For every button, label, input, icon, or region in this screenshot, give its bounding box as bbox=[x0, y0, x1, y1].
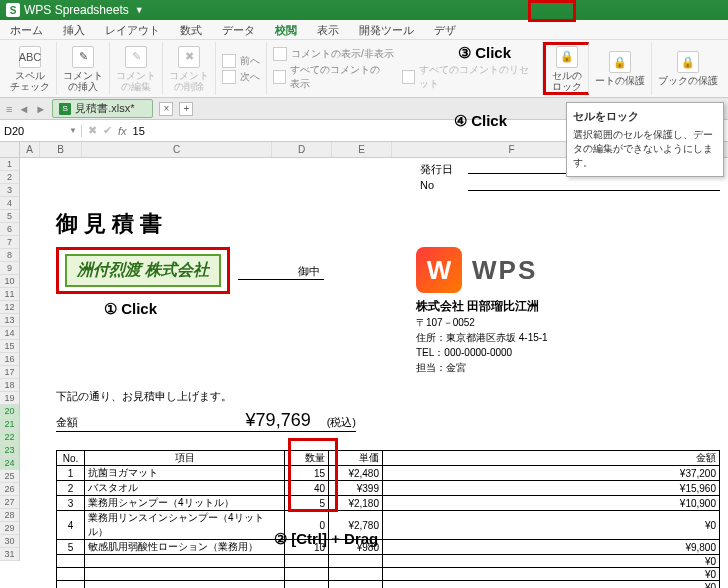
row-header-28[interactable]: 28 bbox=[0, 509, 19, 522]
col-header-B[interactable]: B bbox=[40, 142, 82, 157]
cell-item[interactable]: バスタオル bbox=[85, 481, 285, 496]
row-header-17[interactable]: 17 bbox=[0, 366, 19, 379]
row-header-15[interactable]: 15 bbox=[0, 340, 19, 353]
row-header-31[interactable]: 31 bbox=[0, 548, 19, 561]
cell-total[interactable]: ¥0 bbox=[383, 555, 720, 568]
menu-tab-開発ツール[interactable]: 開発ツール bbox=[349, 20, 424, 40]
company-selection-box[interactable]: 洲付烈渡 株式会社 bbox=[56, 247, 230, 294]
name-box[interactable]: D20▼ bbox=[0, 125, 82, 137]
chevron-down-icon[interactable]: ▼ bbox=[135, 5, 144, 15]
cell-total[interactable]: ¥0 bbox=[383, 511, 720, 540]
cell-qty[interactable] bbox=[285, 581, 329, 589]
cell-no[interactable]: 4 bbox=[57, 511, 85, 540]
row-header-3[interactable]: 3 bbox=[0, 184, 19, 197]
cell-no[interactable]: 3 bbox=[57, 496, 85, 511]
row-header-26[interactable]: 26 bbox=[0, 483, 19, 496]
menu-tab-校閲[interactable]: 校閲 bbox=[265, 20, 307, 40]
menu-tab-ホーム[interactable]: ホーム bbox=[0, 20, 53, 40]
cell-no[interactable] bbox=[57, 568, 85, 581]
insert-comment-button[interactable]: ✎ コメント の挿入 bbox=[57, 42, 110, 95]
cell-no[interactable]: 5 bbox=[57, 540, 85, 555]
row-header-7[interactable]: 7 bbox=[0, 236, 19, 249]
cell-no[interactable]: 2 bbox=[57, 481, 85, 496]
select-all-corner[interactable] bbox=[0, 142, 20, 158]
chevron-down-icon[interactable]: ▼ bbox=[69, 126, 77, 135]
row-header-24[interactable]: 24 bbox=[0, 457, 19, 470]
row-header-16[interactable]: 16 bbox=[0, 353, 19, 366]
row-header-9[interactable]: 9 bbox=[0, 262, 19, 275]
row-header-13[interactable]: 13 bbox=[0, 314, 19, 327]
table-row[interactable]: ¥0 bbox=[57, 568, 720, 581]
menu-tab-データ[interactable]: データ bbox=[212, 20, 265, 40]
menu-tab-デザ[interactable]: デザ bbox=[424, 20, 466, 40]
new-tab-button[interactable]: + bbox=[179, 102, 193, 116]
row-header-8[interactable]: 8 bbox=[0, 249, 19, 262]
table-row[interactable]: ¥0 bbox=[57, 555, 720, 568]
tab-prev-icon[interactable]: ◄ bbox=[18, 103, 29, 115]
spreadsheet-grid[interactable]: 発行日 No 御見積書 洲付烈渡 株式会社 御中 ① Click bbox=[20, 158, 728, 578]
col-header-D[interactable]: D bbox=[272, 142, 332, 157]
row-header-18[interactable]: 18 bbox=[0, 379, 19, 392]
cell-total[interactable]: ¥10,900 bbox=[383, 496, 720, 511]
company-name-cell[interactable]: 洲付烈渡 株式会社 bbox=[65, 254, 221, 287]
table-row[interactable]: ¥0 bbox=[57, 581, 720, 589]
row-header-29[interactable]: 29 bbox=[0, 522, 19, 535]
cell-price[interactable]: ¥399 bbox=[329, 481, 383, 496]
menu-tab-挿入[interactable]: 挿入 bbox=[53, 20, 95, 40]
col-header-E[interactable]: E bbox=[332, 142, 392, 157]
protect-book-button[interactable]: 🔒 ブックの保護 bbox=[652, 42, 724, 95]
cell-total[interactable]: ¥37,200 bbox=[383, 466, 720, 481]
row-header-2[interactable]: 2 bbox=[0, 171, 19, 184]
cell-item[interactable] bbox=[85, 555, 285, 568]
row-header-22[interactable]: 22 bbox=[0, 431, 19, 444]
cell-item[interactable] bbox=[85, 568, 285, 581]
close-tab-button[interactable]: × bbox=[159, 102, 173, 116]
row-header-23[interactable]: 23 bbox=[0, 444, 19, 457]
protect-sheet-button[interactable]: 🔒 ートの保護 bbox=[589, 42, 652, 95]
cell-price[interactable]: ¥2,480 bbox=[329, 466, 383, 481]
row-headers[interactable]: 1234567891011121314151617181920212223242… bbox=[0, 158, 20, 561]
cell-item[interactable] bbox=[85, 581, 285, 589]
cell-qty[interactable]: 15 bbox=[285, 466, 329, 481]
menu-tab-数式[interactable]: 数式 bbox=[170, 20, 212, 40]
cell-qty[interactable] bbox=[285, 555, 329, 568]
cell-qty[interactable] bbox=[285, 568, 329, 581]
row-header-10[interactable]: 10 bbox=[0, 275, 19, 288]
row-header-27[interactable]: 27 bbox=[0, 496, 19, 509]
cell-price[interactable] bbox=[329, 568, 383, 581]
confirm-edit-icon[interactable]: ✔ bbox=[103, 124, 112, 137]
cell-qty[interactable]: 5 bbox=[285, 496, 329, 511]
row-header-20[interactable]: 20 bbox=[0, 405, 19, 418]
row-header-1[interactable]: 1 bbox=[0, 158, 19, 171]
cell-price[interactable] bbox=[329, 555, 383, 568]
cell-item[interactable]: 抗菌ヨガマット bbox=[85, 466, 285, 481]
spellcheck-button[interactable]: ABC スペル チェック bbox=[4, 42, 57, 95]
cancel-edit-icon[interactable]: ✖ bbox=[88, 124, 97, 137]
row-header-12[interactable]: 12 bbox=[0, 301, 19, 314]
cell-item[interactable]: 業務用リンスインシャンプー（4リットル） bbox=[85, 511, 285, 540]
cell-price[interactable] bbox=[329, 581, 383, 589]
col-header-A[interactable]: A bbox=[20, 142, 40, 157]
table-row[interactable]: 1抗菌ヨガマット15¥2,480¥37,200 bbox=[57, 466, 720, 481]
cell-no[interactable]: 1 bbox=[57, 466, 85, 481]
cell-total[interactable]: ¥0 bbox=[383, 581, 720, 589]
table-row[interactable]: 2バスタオル40¥399¥15,960 bbox=[57, 481, 720, 496]
row-header-5[interactable]: 5 bbox=[0, 210, 19, 223]
row-header-6[interactable]: 6 bbox=[0, 223, 19, 236]
row-header-21[interactable]: 21 bbox=[0, 418, 19, 431]
cell-price[interactable]: ¥2,180 bbox=[329, 496, 383, 511]
show-all-comments-button[interactable]: すべてのコメントの表示 すべてのコメントのリセット bbox=[273, 63, 536, 91]
quote-table[interactable]: No. 項目 数量 単価 金額 1抗菌ヨガマット15¥2,480¥37,2002… bbox=[56, 450, 720, 588]
row-header-4[interactable]: 4 bbox=[0, 197, 19, 210]
table-row[interactable]: 5敏感肌用弱酸性ローション（業務用）10¥980¥9,800 bbox=[57, 540, 720, 555]
cell-item[interactable]: 敏感肌用弱酸性ローション（業務用） bbox=[85, 540, 285, 555]
row-header-14[interactable]: 14 bbox=[0, 327, 19, 340]
cell-no[interactable] bbox=[57, 555, 85, 568]
cell-no[interactable] bbox=[57, 581, 85, 589]
formula-input[interactable]: 15 bbox=[133, 125, 145, 137]
row-header-19[interactable]: 19 bbox=[0, 392, 19, 405]
cell-qty[interactable]: 40 bbox=[285, 481, 329, 496]
tab-menu-icon[interactable]: ≡ bbox=[6, 103, 12, 115]
menu-tab-レイアウト[interactable]: レイアウト bbox=[95, 20, 170, 40]
table-row[interactable]: 4業務用リンスインシャンプー（4リットル）0¥2,780¥0 bbox=[57, 511, 720, 540]
